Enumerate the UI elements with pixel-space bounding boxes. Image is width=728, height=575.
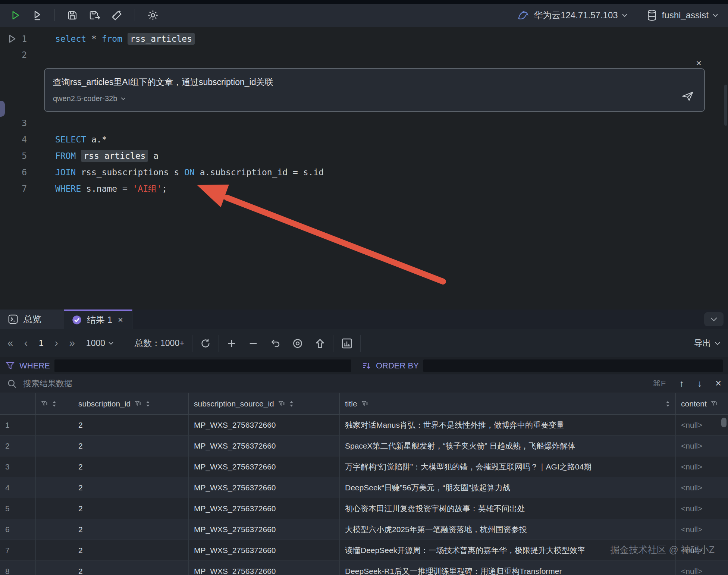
table-row[interactable]: 3 2 MP_WXS_2756372660 万字解构“幻觉陷阱”：大模型犯的错，…: [0, 456, 728, 477]
tab-result-1[interactable]: 结果 1 ×: [64, 310, 132, 329]
run-icon[interactable]: [10, 10, 21, 21]
delete-row-icon[interactable]: [248, 338, 258, 349]
save-as-icon[interactable]: [88, 10, 100, 21]
table-row[interactable]: 4 2 MP_WXS_2756372660 DeepSeek“日赚”56万美元，…: [0, 477, 728, 498]
cell-id[interactable]: [36, 415, 73, 435]
cell-content[interactable]: <null>: [676, 477, 728, 498]
editor-line[interactable]: 1select * from rss_articles: [0, 31, 728, 47]
tab-overview[interactable]: 总览: [0, 310, 64, 329]
cell-subscription-id[interactable]: 2: [73, 519, 189, 540]
add-row-icon[interactable]: [226, 338, 237, 349]
cell-subscription-id[interactable]: 2: [73, 415, 189, 435]
close-search-icon[interactable]: ×: [715, 378, 721, 389]
preview-target-icon[interactable]: [292, 338, 303, 349]
table-row[interactable]: 2 2 MP_WXS_2756372660 SpaceX第二代新星舰发射，“筷子…: [0, 436, 728, 456]
refresh-icon[interactable]: [200, 338, 211, 349]
cell-title[interactable]: 独家对话Manus肖弘：世界不是线性外推，做博弈中的重要变量: [340, 415, 676, 435]
cell-id[interactable]: [36, 456, 73, 477]
cell-subscription-id[interactable]: 2: [73, 498, 189, 519]
collapse-panel-button[interactable]: [704, 312, 724, 326]
editor-line[interactable]: 6JOIN rss_subscriptions s ON a.subscript…: [0, 164, 728, 180]
editor-line[interactable]: 5FROM rss_articles a: [0, 148, 728, 164]
main-toolbar: 华为云124.71.57.103 fushi_assist: [0, 4, 728, 27]
cell-subscription-source-id[interactable]: MP_WXS_2756372660: [189, 540, 340, 560]
cell-title[interactable]: 大模型六小虎2025年第一笔融资落地，杭州国资参投: [340, 519, 676, 540]
cell-content[interactable]: <null>: [676, 498, 728, 519]
save-icon[interactable]: [67, 10, 78, 21]
ai-edit-icon[interactable]: [111, 9, 123, 21]
cell-title[interactable]: DeepSeek“日赚”56万美元，“朋友圈”掀起算力战: [340, 477, 676, 498]
sql-editor[interactable]: 1select * from rss_articles234SELECT a.*…: [0, 27, 728, 310]
editor-line[interactable]: 2: [0, 47, 728, 63]
cell-title[interactable]: DeepSeek-R1后又一推理训练里程碑：用递归重构Transformer: [340, 561, 676, 575]
undo-icon[interactable]: [270, 338, 281, 349]
cell-id[interactable]: [36, 519, 73, 540]
side-handle[interactable]: [0, 101, 5, 117]
editor-scrollbar[interactable]: [724, 85, 727, 126]
page-size-selector[interactable]: 1000: [86, 338, 114, 348]
tab-close-icon[interactable]: ×: [118, 315, 123, 325]
prev-match-icon[interactable]: ↑: [679, 378, 684, 389]
cell-content[interactable]: <null>: [676, 436, 728, 456]
column-header-title[interactable]: title: [340, 393, 676, 414]
column-header-content[interactable]: content: [676, 393, 728, 414]
cell-content[interactable]: <null>: [676, 519, 728, 540]
prompt-close-icon[interactable]: ×: [696, 58, 702, 68]
cell-content[interactable]: <null>: [676, 415, 728, 435]
settings-gear-icon[interactable]: [147, 9, 159, 21]
table-row[interactable]: 5 2 MP_WXS_2756372660 初心资本田江川复盘投资宇树的故事：英…: [0, 498, 728, 519]
cell-title[interactable]: SpaceX第二代新星舰发射，“筷子夹火箭” 日趋成熟，飞船爆炸解体: [340, 436, 676, 456]
cell-subscription-source-id[interactable]: MP_WXS_2756372660: [189, 498, 340, 519]
cell-id[interactable]: [36, 477, 73, 498]
cell-subscription-id[interactable]: 2: [73, 477, 189, 498]
cell-subscription-id[interactable]: 2: [73, 456, 189, 477]
cell-subscription-source-id[interactable]: MP_WXS_2756372660: [189, 415, 340, 435]
chevron-down-icon: [712, 13, 718, 17]
cell-subscription-id[interactable]: 2: [73, 561, 189, 575]
cell-id[interactable]: [36, 436, 73, 456]
where-input[interactable]: [54, 359, 351, 372]
search-input[interactable]: [22, 378, 647, 389]
editor-line[interactable]: 7WHERE s.name = 'AI组';: [0, 180, 728, 197]
cell-id[interactable]: [36, 561, 73, 575]
cell-content[interactable]: <null>: [676, 561, 728, 575]
editor-line[interactable]: 3: [0, 115, 728, 131]
cell-subscription-source-id[interactable]: MP_WXS_2756372660: [189, 436, 340, 456]
submit-upload-icon[interactable]: [314, 338, 326, 349]
database-selector[interactable]: fushi_assist: [662, 10, 718, 21]
prev-page-button[interactable]: ‹: [24, 338, 28, 348]
ai-prompt-box[interactable]: 查询rss_articles里AI组下的文章，通过subscription_id…: [44, 68, 705, 112]
run-selection-icon[interactable]: [31, 10, 43, 21]
table-row[interactable]: 8 2 MP_WXS_2756372660 DeepSeek-R1后又一推理训练…: [0, 561, 728, 575]
cell-content[interactable]: <null>: [676, 456, 728, 477]
cell-subscription-id[interactable]: 2: [73, 540, 189, 560]
cell-subscription-source-id[interactable]: MP_WXS_2756372660: [189, 519, 340, 540]
cell-title[interactable]: 万字解构“幻觉陷阱”：大模型犯的错，会摧毁互联网吗？｜AGI之路04期: [340, 456, 676, 477]
send-icon[interactable]: [682, 91, 694, 101]
chart-icon[interactable]: [341, 337, 353, 349]
column-header-id[interactable]: [36, 393, 73, 414]
model-selector[interactable]: qwen2.5-coder-32b: [53, 94, 126, 103]
last-page-button[interactable]: »: [69, 338, 75, 348]
export-button[interactable]: 导出: [694, 337, 721, 349]
cell-subscription-id[interactable]: 2: [73, 436, 189, 456]
column-header-subscription-source-id[interactable]: subscription_source_id: [189, 393, 340, 414]
table-row[interactable]: 1 2 MP_WXS_2756372660 独家对话Manus肖弘：世界不是线性…: [0, 415, 728, 436]
next-page-button[interactable]: ›: [55, 338, 58, 348]
tab-overview-label: 总览: [23, 313, 41, 325]
first-page-button[interactable]: «: [7, 338, 13, 348]
cell-id[interactable]: [36, 540, 73, 560]
editor-line[interactable]: 4SELECT a.*: [0, 131, 728, 148]
table-row[interactable]: 6 2 MP_WXS_2756372660 大模型六小虎2025年第一笔融资落地…: [0, 519, 728, 540]
cell-subscription-source-id[interactable]: MP_WXS_2756372660: [189, 456, 340, 477]
column-header-subscription-id[interactable]: subscription_id: [73, 393, 189, 414]
table-scrollbar[interactable]: [721, 418, 727, 427]
cell-title[interactable]: 初心资本田江川复盘投资宇树的故事：英雄不问出处: [340, 498, 676, 519]
order-by-input[interactable]: [423, 359, 723, 372]
cell-id[interactable]: [36, 498, 73, 519]
cell-subscription-source-id[interactable]: MP_WXS_2756372660: [189, 477, 340, 498]
connection-selector[interactable]: 华为云124.71.57.103: [534, 9, 627, 21]
cell-subscription-source-id[interactable]: MP_WXS_2756372660: [189, 561, 340, 575]
next-match-icon[interactable]: ↓: [697, 378, 702, 389]
ai-prompt-text[interactable]: 查询rss_articles里AI组下的文章，通过subscription_id…: [53, 76, 695, 88]
